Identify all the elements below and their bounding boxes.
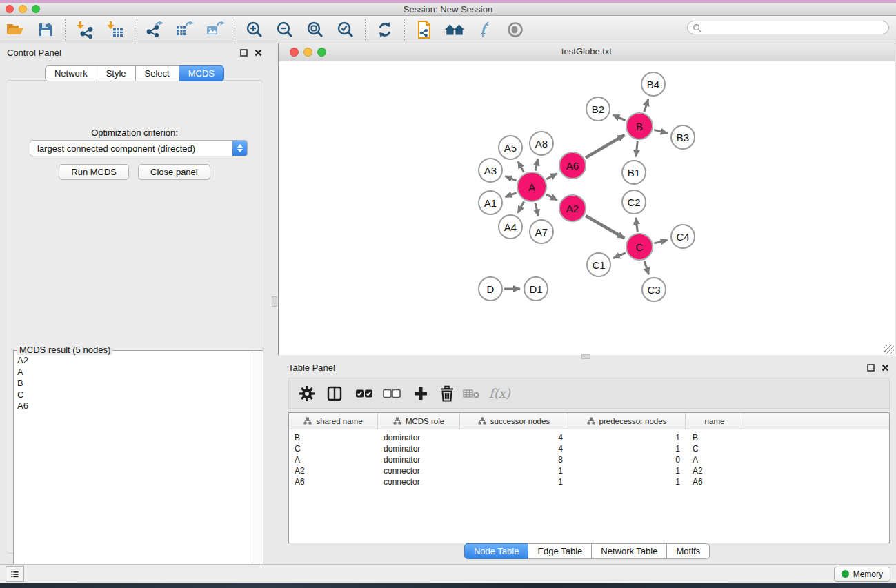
graph-node-D1[interactable]: D1 [524, 276, 548, 301]
eye-icon[interactable] [505, 19, 526, 40]
deselect-all-icon[interactable] [383, 389, 401, 398]
network-window-titlebar[interactable]: testGlobe.txt [279, 43, 895, 61]
tab-style[interactable]: Style [97, 65, 136, 81]
tab-motifs[interactable]: Motifs [667, 543, 710, 559]
function-builder-icon[interactable]: f(x) [489, 386, 510, 401]
zoom-selected-icon[interactable] [335, 19, 356, 40]
select-all-icon[interactable] [355, 389, 373, 398]
graph-node-B1[interactable]: B1 [621, 160, 646, 185]
graph-edge-A-A4[interactable] [518, 201, 524, 213]
search-field[interactable] [687, 21, 889, 34]
tab-network[interactable]: Network [45, 65, 97, 81]
graph-node-B3[interactable]: B3 [670, 125, 695, 150]
list-item[interactable]: B [17, 378, 252, 389]
float-panel-icon[interactable] [240, 49, 248, 57]
graph-edge-C-C1[interactable] [613, 253, 626, 258]
zoom-fit-icon[interactable] [305, 19, 326, 40]
table-row[interactable]: B dominator 4 1 B [289, 432, 889, 443]
close-panel-button[interactable]: Close panel [138, 164, 210, 180]
column-header-name[interactable]: name [686, 413, 744, 429]
list-item[interactable]: C [17, 389, 252, 401]
save-session-icon[interactable] [35, 19, 56, 40]
tab-network-table[interactable]: Network Table [592, 543, 667, 559]
list-item[interactable]: A [17, 367, 252, 378]
tab-edge-table[interactable]: Edge Table [528, 543, 592, 559]
network-canvas[interactable]: B4B2BB3A8A5A6A3B1AA1C2A2A4A7C4CC1C3DD1 [279, 61, 895, 355]
graph-edge-C-C2[interactable] [636, 218, 638, 232]
graph-node-A4[interactable]: A4 [498, 214, 523, 239]
graph-edge-B-B2[interactable] [613, 115, 626, 121]
graph-node-A[interactable]: A [517, 172, 547, 202]
add-column-icon[interactable] [413, 386, 428, 401]
graph-node-C2[interactable]: C2 [621, 190, 646, 214]
export-image-icon[interactable] [205, 19, 226, 40]
export-network-icon[interactable] [144, 19, 165, 40]
column-header-shared-name[interactable]: shared name [289, 413, 378, 429]
open-session-icon[interactable] [5, 19, 26, 40]
result-scrollbar[interactable] [252, 352, 262, 587]
graph-node-B2[interactable]: B2 [586, 97, 610, 121]
hide-function-icon[interactable]: f [475, 19, 495, 40]
graph-node-A5[interactable]: A5 [498, 135, 523, 160]
graph-edge-A-A8[interactable] [535, 159, 538, 171]
network-from-file-icon[interactable] [414, 19, 435, 40]
column-header-mcds-role[interactable]: MCDS role [378, 413, 460, 429]
column-header-successor-nodes[interactable]: successor nodes [460, 413, 568, 429]
tab-node-table[interactable]: Node Table [464, 543, 529, 559]
graph-edge-A-A5[interactable] [518, 161, 524, 172]
graph-node-A3[interactable]: A3 [478, 158, 503, 183]
graph-edge-A6-B[interactable] [586, 135, 624, 158]
graph-node-A7[interactable]: A7 [529, 219, 554, 244]
zoom-out-icon[interactable] [275, 19, 295, 40]
delete-column-icon[interactable] [439, 385, 455, 402]
home-icon[interactable] [444, 19, 465, 40]
graph-node-A8[interactable]: A8 [529, 131, 554, 156]
graph-node-B[interactable]: B [626, 112, 653, 140]
graph-edge-A-A7[interactable] [535, 203, 538, 216]
graph-edge-A-A1[interactable] [506, 193, 517, 197]
search-input[interactable] [705, 22, 888, 33]
close-panel-icon[interactable] [882, 364, 889, 372]
graph-edge-A-A3[interactable] [505, 176, 516, 181]
export-table-icon[interactable] [175, 19, 195, 40]
graph-edge-A-A6[interactable] [546, 174, 557, 179]
vertical-splitter-handle[interactable] [272, 296, 277, 307]
task-history-button[interactable] [6, 566, 24, 582]
table-row[interactable]: A6 connector 1 1 A6 [289, 476, 889, 487]
column-header-predecessor-nodes[interactable]: predecessor nodes [568, 413, 686, 429]
list-item[interactable]: A6 [17, 401, 252, 412]
graph-node-A1[interactable]: A1 [478, 190, 503, 215]
refresh-icon[interactable] [375, 19, 395, 40]
split-panel-icon[interactable] [326, 385, 343, 402]
graph-node-D[interactable]: D [478, 276, 503, 301]
close-panel-icon[interactable] [255, 49, 262, 57]
tab-select[interactable]: Select [136, 65, 179, 81]
float-panel-icon[interactable] [867, 364, 875, 372]
graph-node-A6[interactable]: A6 [559, 152, 586, 179]
graph-node-B4[interactable]: B4 [641, 72, 666, 97]
graph-edge-B-B3[interactable] [654, 130, 667, 133]
table-row[interactable]: C dominator 4 1 C [289, 443, 889, 454]
graph-node-C3[interactable]: C3 [641, 277, 666, 302]
graph-edge-A2-C[interactable] [586, 216, 624, 239]
graph-edge-B-B4[interactable] [644, 99, 648, 112]
resize-grip-icon[interactable] [884, 345, 894, 354]
criterion-select[interactable]: largest connected component (directed) [30, 140, 248, 156]
memory-button[interactable]: Memory [834, 567, 890, 582]
table-row[interactable]: A2 connector 1 1 A2 [289, 465, 889, 476]
table-row[interactable]: A dominator 8 0 A [289, 454, 889, 465]
graph-edge-B-B1[interactable] [636, 141, 638, 156]
settings-gear-icon[interactable] [299, 385, 315, 402]
import-network-icon[interactable] [74, 19, 95, 40]
graph-edge-C-C3[interactable] [644, 261, 649, 274]
graph-node-C[interactable]: C [626, 233, 653, 261]
graph-node-C4[interactable]: C4 [670, 224, 695, 249]
graph-edge-A-A2[interactable] [546, 194, 557, 200]
import-table-icon[interactable] [105, 19, 126, 40]
graph-edge-C-C4[interactable] [654, 240, 667, 243]
tab-mcds[interactable]: MCDS [179, 65, 224, 81]
list-item[interactable]: A2 [17, 355, 252, 367]
zoom-in-icon[interactable] [244, 19, 265, 40]
run-mcds-button[interactable]: Run MCDS [59, 164, 129, 180]
delete-table-icon[interactable] [463, 387, 481, 400]
